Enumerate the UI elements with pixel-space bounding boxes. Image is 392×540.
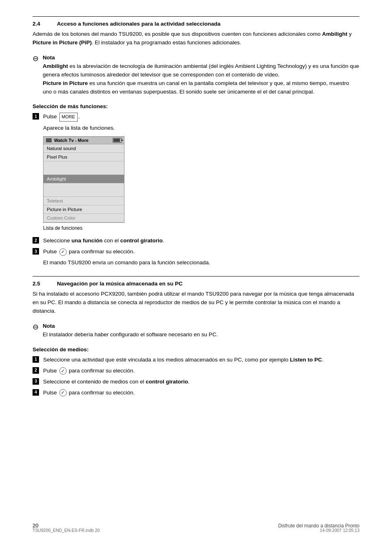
step-2-5-2-text: Pulse — [43, 368, 59, 374]
step-2-text1: Seleccione — [43, 237, 72, 244]
step-2-5-4-text: Pulse — [43, 390, 59, 396]
step-3-end: para confirmar su elección. — [68, 248, 135, 255]
note-text-2-5: El instalador debería haber configurado … — [43, 331, 218, 338]
step-1-text: Pulse — [43, 114, 59, 120]
note-2-5: ⊖ Nota El instalador debería haber confi… — [33, 322, 359, 339]
footer-bottom-right: 14-09-2007 12:05:13 — [320, 528, 360, 533]
section-2-4-body: Además de los botones del mando TSU9200,… — [33, 30, 359, 47]
section-2-4-body-text1: Además de los botones del mando TSU9200,… — [33, 31, 322, 37]
section-2-4-header: 2.4 Acceso a funciones adicionales para … — [33, 21, 359, 27]
footer-bottom: TSU9200_END_EN-ES-FR.indb 20 14-09-2007 … — [33, 528, 359, 533]
menu-caption: Lista de funciones — [43, 225, 359, 231]
section-2-4-pip: Picture in Picture (PiP) — [33, 39, 92, 46]
section-2-4-ambilight: Ambilight — [322, 31, 347, 37]
step-3-content: Pulse ✓ para confirmar su elección. — [43, 248, 359, 256]
menu-item-pixel-plus: Pixel Plus — [44, 153, 124, 161]
menu-titlebar: Watch Tv - More — [44, 137, 124, 144]
step-2-5-2-end: para confirmar su elección. — [68, 368, 135, 374]
step-2-5-number-3: 3 — [33, 378, 39, 385]
menu-item-teletext: Teletext — [44, 197, 124, 205]
section-2-4-number: 2.4 — [33, 21, 57, 27]
subsection-2-5-heading: Selección de medios: — [33, 346, 359, 353]
step-3-text: Pulse — [43, 248, 59, 255]
step-2-5-3-text: Seleccione el contenido de medios con el — [43, 379, 146, 385]
step-number-2: 2 — [33, 237, 39, 244]
section-2-5-header: 2.5 Navegación por la música almacenada … — [33, 281, 359, 287]
check-icon-3: ✓ — [59, 389, 67, 396]
note-pip: Picture in Picture — [43, 80, 88, 86]
menu-item-spacer2 — [44, 183, 124, 197]
step-2-bold1: una función — [72, 237, 103, 244]
page-container: 2.4 Acceso a funciones adicionales para … — [0, 0, 392, 540]
step-2-4-3: 3 Pulse ✓ para confirmar su elección. — [33, 248, 359, 256]
step-2-5-1-content: Seleccione una actividad que esté vincul… — [43, 356, 359, 364]
subsection-2-4-heading: Selección de más funciones: — [33, 103, 359, 109]
section-2-5-number: 2.5 — [33, 281, 57, 287]
menu-item-natural-sound: Natural sound — [44, 144, 124, 153]
step-2-5-number-2: 2 — [33, 367, 39, 374]
step-2-5-1: 1 Seleccione una actividad que esté vinc… — [33, 356, 359, 364]
note-content-2-4: Nota Ambilight es la abreviación de tecn… — [43, 54, 359, 96]
step-2-5-1-text: Seleccione una actividad que esté vincul… — [43, 357, 290, 363]
step-1-indent: Aparece la lista de funciones. — [43, 124, 359, 133]
note-label-2-5: Nota — [43, 323, 55, 329]
step-2-5-number-1: 1 — [33, 356, 39, 363]
note-ambilight: Ambilight — [43, 63, 68, 69]
step-2-5-1-bold: Listen to PC — [290, 357, 322, 363]
note-icon-2-4: ⊖ — [33, 54, 39, 63]
menu-item-spacer1 — [44, 161, 124, 175]
note-label-2-4: Nota — [43, 54, 55, 61]
section-2-5-body: Si ha instalado el accesorio PCX9200, ta… — [33, 290, 359, 316]
step-2-5-2-content: Pulse ✓ para confirmar su elección. — [43, 367, 359, 375]
step-2-4-1: 1 Pulse MORE. — [33, 113, 359, 121]
step-number-3: 3 — [33, 248, 39, 255]
section-2-5-divider — [33, 276, 359, 277]
section-2-5-title: Navegación por la música almacenada en s… — [57, 281, 183, 287]
menu-title-left: Watch Tv - More — [46, 138, 89, 143]
step-2-5-number-4: 4 — [33, 389, 39, 396]
step-2-5-4-content: Pulse ✓ para confirmar su elección. — [43, 389, 359, 397]
note-body-2-4a: Ambilight es la abreviación de tecnologí… — [43, 63, 359, 78]
menu-item-pip: Picture in Picture — [44, 205, 124, 214]
check-icon-1: ✓ — [59, 248, 67, 256]
menu-title-text: Watch Tv - More — [54, 138, 89, 143]
note-para1-text: es la abreviación de tecnología de ilumi… — [43, 63, 359, 78]
section-2-4-divider — [33, 16, 359, 17]
step-2-5-3-bold: control giratorio — [146, 379, 188, 385]
menu-item-custom-color: Custom Color — [44, 214, 124, 222]
step-2-5-4-end: para confirmar su elección. — [68, 390, 135, 396]
step-2-5-1-end: . — [322, 357, 324, 363]
footer-bottom-left: TSU9200_END_EN-ES-FR.indb 20 — [33, 528, 100, 533]
step-2-4-2: 2 Seleccione una función con el control … — [33, 237, 359, 245]
step-1-dot: . — [78, 114, 80, 120]
section-2-4-body-text2: y — [347, 31, 352, 37]
section-2-4-body-text3: . El instalador ya ha programado estas f… — [92, 39, 242, 46]
note-para2-text: es una función que muestra un canal en l… — [43, 80, 349, 95]
menu-item-ambilight: Ambilight — [44, 175, 124, 183]
step-2-5-4: 4 Pulse ✓ para confirmar su elección. — [33, 389, 359, 397]
step-2-5-3-content: Seleccione el contenido de medios con el… — [43, 378, 359, 386]
more-button-display: MORE — [59, 113, 78, 121]
tv-icon — [46, 138, 52, 142]
step-number-1: 1 — [33, 113, 39, 120]
note-2-4: ⊖ Nota Ambilight es la abreviación de te… — [33, 54, 359, 96]
section-2-4-title: Acceso a funciones adicionales para la a… — [57, 21, 220, 27]
menu-screenshot: Watch Tv - More Natural sound Pixel Plus… — [43, 136, 124, 223]
step-2-5-2: 2 Pulse ✓ para confirmar su elección. — [33, 367, 359, 375]
step-2-bold2: control giratorio — [120, 237, 163, 244]
note-icon-2-5: ⊖ — [33, 322, 39, 331]
step-2-content: Seleccione una función con el control gi… — [43, 237, 359, 245]
step-2-5-3: 3 Seleccione el contenido de medios con … — [33, 378, 359, 386]
battery-fill — [113, 139, 120, 142]
note-content-2-5: Nota El instalador debería haber configu… — [43, 322, 218, 339]
step-3-indent: El mando TSU9200 envía un comando para l… — [43, 259, 359, 267]
step-2-5-3-end: . — [188, 379, 189, 385]
step-2-text2: con el — [102, 237, 120, 244]
step-2-end: . — [163, 237, 164, 244]
check-icon-2: ✓ — [59, 367, 67, 375]
battery-icon — [113, 138, 122, 143]
step-1-content: Pulse MORE. — [43, 113, 359, 121]
note-body-2-4b: Picture in Picture es una función que mu… — [43, 80, 349, 95]
